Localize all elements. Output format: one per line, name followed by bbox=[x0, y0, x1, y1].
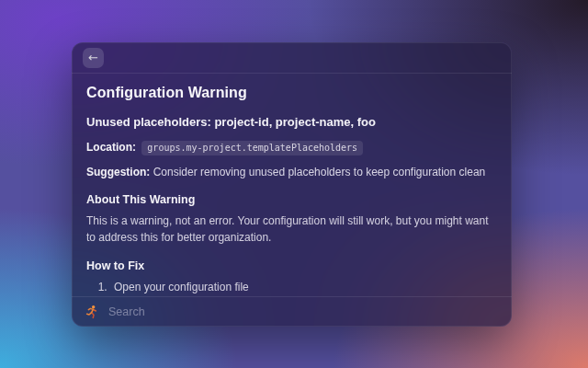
back-button[interactable]: ← bbox=[83, 48, 104, 68]
suggestion-text: Consider removing unused placeholders to… bbox=[153, 166, 486, 178]
howtofix-heading: How to Fix bbox=[86, 259, 497, 272]
configuration-warning-dialog: ← Configuration Warning Unused placehold… bbox=[72, 42, 512, 327]
location-code-chip: groups.my-project.templatePlaceholders bbox=[141, 141, 363, 155]
fix-step: Open your configuration file bbox=[110, 280, 497, 295]
fix-steps-list: Open your configuration file Navigate to… bbox=[92, 280, 497, 296]
warning-subtitle: Unused placeholders: project-id, project… bbox=[86, 115, 497, 129]
dialog-content: Configuration Warning Unused placeholder… bbox=[72, 74, 512, 296]
page-title: Configuration Warning bbox=[86, 85, 497, 101]
search-bar bbox=[72, 296, 512, 327]
location-label: Location: bbox=[86, 141, 136, 154]
search-input[interactable] bbox=[108, 305, 499, 318]
location-row: Location: groups.my-project.templatePlac… bbox=[86, 140, 497, 155]
about-heading: About This Warning bbox=[86, 193, 497, 206]
suggestion-row: Suggestion: Consider removing unused pla… bbox=[86, 165, 497, 179]
about-body: This is a warning, not an error. Your co… bbox=[86, 213, 491, 247]
suggestion-label: Suggestion: bbox=[86, 166, 150, 178]
runner-figure-icon bbox=[85, 305, 99, 319]
dialog-header: ← bbox=[72, 42, 512, 74]
